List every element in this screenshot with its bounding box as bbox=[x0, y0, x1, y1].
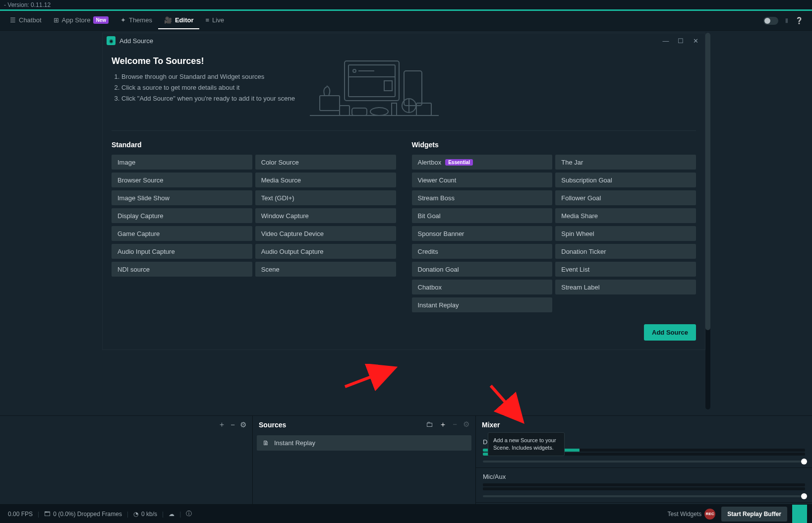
nav-live[interactable]: ≡ Live bbox=[199, 12, 230, 29]
source-item-label: Instant Replay bbox=[274, 439, 315, 447]
columns-icon[interactable]: ⫴ bbox=[785, 17, 788, 25]
widget-alertbox-label: Alertbox bbox=[418, 159, 442, 166]
widget-stream-label[interactable]: Stream Label bbox=[555, 280, 696, 294]
widget-event-list[interactable]: Event List bbox=[555, 262, 696, 277]
record-button[interactable]: REC bbox=[704, 509, 715, 520]
scenes-gear-icon[interactable]: ⚙ bbox=[240, 420, 246, 429]
widget-bit-goal[interactable]: Bit Goal bbox=[412, 208, 553, 223]
nav-editor-label: Editor bbox=[175, 16, 194, 24]
modal-heading: Welcome To Sources! bbox=[112, 56, 295, 66]
appstore-icon: ⊞ bbox=[54, 16, 59, 24]
widget-credits[interactable]: Credits bbox=[412, 244, 553, 259]
sources-heading: Sources bbox=[259, 421, 286, 429]
source-color-source[interactable]: Color Source bbox=[255, 155, 396, 170]
add-source-modal: ◉ Add Source — ☐ ✕ Welcome To Sources! B… bbox=[102, 33, 705, 350]
source-list-item[interactable]: 🗎 Instant Replay bbox=[257, 435, 471, 451]
theme-toggle[interactable] bbox=[763, 17, 778, 25]
source-audio-input-capture[interactable]: Audio Input Capture bbox=[112, 244, 252, 259]
file-icon: 🗎 bbox=[263, 439, 269, 447]
slider-thumb-icon bbox=[801, 493, 807, 499]
nav-appstore[interactable]: ⊞ App Store New bbox=[48, 12, 115, 29]
widget-chatbox[interactable]: Chatbox bbox=[412, 280, 553, 294]
widget-viewer-count[interactable]: Viewer Count bbox=[412, 173, 553, 187]
close-button[interactable]: ✕ bbox=[690, 37, 701, 45]
folder-add-icon[interactable]: 🗀 bbox=[426, 420, 433, 429]
svg-rect-10 bbox=[352, 108, 367, 116]
nav-editor[interactable]: 🎥 Editor bbox=[158, 12, 200, 29]
nav-appstore-label: App Store bbox=[62, 16, 91, 24]
standard-grid: Image Color Source Browser Source Media … bbox=[112, 155, 396, 277]
nav-themes[interactable]: ✦ Themes bbox=[115, 12, 158, 29]
live-icon: ≡ bbox=[205, 16, 209, 24]
go-live-button[interactable] bbox=[792, 505, 807, 523]
scenes-remove-icon[interactable]: − bbox=[231, 420, 235, 429]
maximize-button[interactable]: ☐ bbox=[675, 37, 686, 45]
modal-step-1: Browse through our Standard and Widget s… bbox=[121, 72, 295, 81]
source-image[interactable]: Image bbox=[112, 155, 252, 170]
volume-meter-icon bbox=[483, 483, 805, 486]
sources-gear-icon[interactable]: ⚙ bbox=[463, 420, 469, 429]
rec-label: REC bbox=[706, 512, 714, 516]
add-source-button[interactable]: Add Source bbox=[644, 324, 696, 341]
separator-icon: | bbox=[36, 511, 41, 518]
volume-meter-icon bbox=[483, 487, 805, 490]
modal-scrollbar[interactable] bbox=[705, 33, 710, 409]
modal-steps: Browse through our Standard and Widget s… bbox=[112, 72, 295, 104]
widget-instant-replay[interactable]: Instant Replay bbox=[412, 297, 553, 312]
minimize-button[interactable]: — bbox=[660, 37, 671, 45]
widget-media-share[interactable]: Media Share bbox=[555, 208, 696, 223]
widget-the-jar[interactable]: The Jar bbox=[555, 155, 696, 170]
source-media-source[interactable]: Media Source bbox=[255, 173, 396, 187]
modal-footer: Add Source bbox=[112, 312, 696, 341]
source-image-slide-show[interactable]: Image Slide Show bbox=[112, 190, 252, 205]
svg-rect-15 bbox=[416, 103, 431, 116]
svg-rect-9 bbox=[340, 106, 349, 116]
sources-panel-head: Sources 🗀 ＋ − ⚙ bbox=[253, 415, 475, 433]
desk-illustration-icon bbox=[310, 56, 439, 120]
source-text-gdi[interactable]: Text (GDI+) bbox=[255, 190, 396, 205]
widget-follower-goal[interactable]: Follower Goal bbox=[555, 190, 696, 205]
scenes-add-icon[interactable]: ＋ bbox=[218, 420, 226, 429]
widgets-group: Widgets Alertbox Essential The Jar Viewe… bbox=[412, 141, 696, 312]
status-info[interactable]: ⓘ bbox=[183, 510, 195, 518]
status-cloud[interactable]: ☁ bbox=[166, 511, 177, 518]
sources-add-icon[interactable]: ＋ bbox=[439, 420, 447, 429]
source-game-capture[interactable]: Game Capture bbox=[112, 226, 252, 241]
modal-hero-art bbox=[305, 56, 444, 120]
nav-chatbot[interactable]: ☰ Chatbot bbox=[4, 12, 48, 29]
slider-thumb-icon bbox=[801, 459, 807, 465]
source-display-capture[interactable]: Display Capture bbox=[112, 208, 252, 223]
svg-line-17 bbox=[345, 369, 392, 387]
modal-titlebar: ◉ Add Source — ☐ ✕ bbox=[103, 33, 705, 48]
widget-sponsor-banner[interactable]: Sponsor Banner bbox=[412, 226, 553, 241]
help-icon[interactable]: ❔ bbox=[795, 17, 803, 24]
modal-body: Welcome To Sources! Browse through our S… bbox=[103, 48, 705, 349]
cloud-icon: ☁ bbox=[169, 511, 174, 518]
widget-stream-boss[interactable]: Stream Boss bbox=[412, 190, 553, 205]
svg-rect-12 bbox=[392, 103, 397, 116]
widget-subscription-goal[interactable]: Subscription Goal bbox=[555, 173, 696, 187]
standard-heading: Standard bbox=[112, 141, 396, 149]
volume-slider[interactable] bbox=[483, 461, 805, 463]
widget-alertbox[interactable]: Alertbox Essential bbox=[412, 155, 553, 170]
source-scene[interactable]: Scene bbox=[255, 262, 396, 277]
source-audio-output-capture[interactable]: Audio Output Capture bbox=[255, 244, 396, 259]
scenes-panel-head: ＋ − ⚙ bbox=[0, 415, 252, 433]
widget-donation-goal[interactable]: Donation Goal bbox=[412, 262, 553, 277]
source-columns: Standard Image Color Source Browser Sour… bbox=[112, 131, 696, 312]
source-video-capture-device[interactable]: Video Capture Device bbox=[255, 226, 396, 241]
widget-spin-wheel[interactable]: Spin Wheel bbox=[555, 226, 696, 241]
nav-right-controls: ⫴ ❔ bbox=[763, 17, 808, 25]
status-bitrate: ◔ 0 kb/s bbox=[130, 511, 160, 518]
modal-hero-text: Welcome To Sources! Browse through our S… bbox=[112, 56, 295, 120]
nav-live-label: Live bbox=[212, 16, 224, 24]
source-window-capture[interactable]: Window Capture bbox=[255, 208, 396, 223]
source-ndi[interactable]: NDI source bbox=[112, 262, 252, 277]
title-bar: - Version: 0.11.12 bbox=[0, 0, 812, 11]
sources-remove-icon[interactable]: − bbox=[453, 420, 457, 429]
volume-slider[interactable] bbox=[483, 495, 805, 497]
widget-donation-ticker[interactable]: Donation Ticker bbox=[555, 244, 696, 259]
source-browser-source[interactable]: Browser Source bbox=[112, 173, 252, 187]
test-widgets-link[interactable]: Test Widgets bbox=[668, 511, 702, 518]
start-replay-buffer-button[interactable]: Start Replay Buffer bbox=[721, 507, 787, 522]
